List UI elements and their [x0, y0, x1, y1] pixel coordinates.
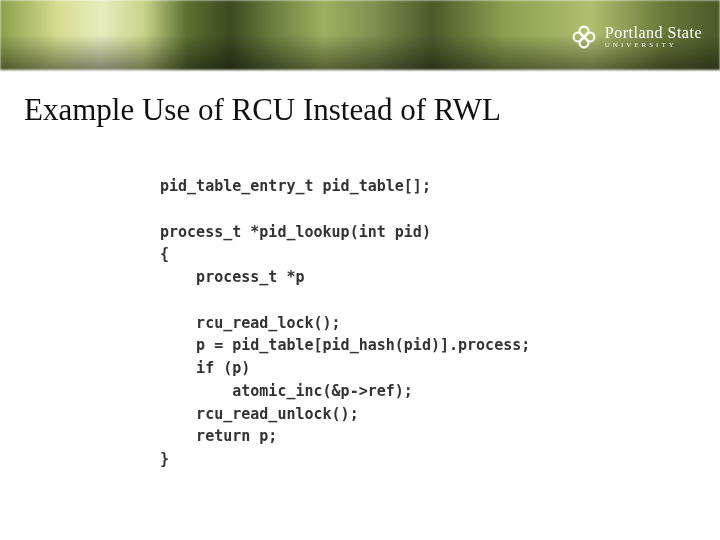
interlock-icon	[571, 24, 597, 50]
slide: Portland State UNIVERSITY Example Use of…	[0, 0, 720, 540]
svg-point-2	[573, 32, 582, 41]
university-logo: Portland State UNIVERSITY	[571, 24, 702, 50]
slide-title: Example Use of RCU Instead of RWL	[0, 70, 720, 128]
code-content: pid_table_entry_t pid_table[]; process_t…	[160, 177, 530, 468]
logo-subtitle: UNIVERSITY	[605, 42, 702, 49]
logo-name: Portland State	[605, 25, 702, 41]
logo-text: Portland State UNIVERSITY	[605, 25, 702, 49]
code-block: pid_table_entry_t pid_table[]; process_t…	[0, 128, 720, 472]
svg-point-3	[585, 32, 594, 41]
